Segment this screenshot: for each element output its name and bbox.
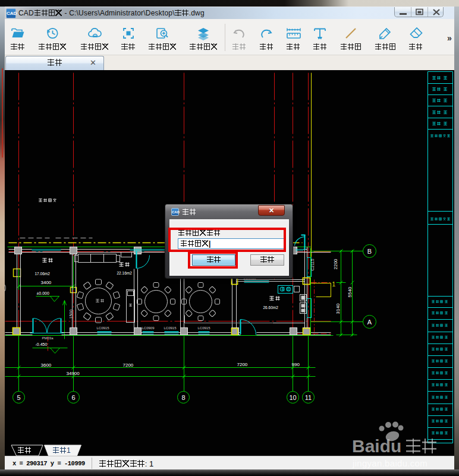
svg-text:PM03a: PM03a: [42, 336, 54, 340]
svg-text:-0.450: -0.450: [36, 342, 48, 346]
svg-text:17.06m2: 17.06m2: [35, 272, 51, 276]
svg-text:C2115: C2115: [310, 259, 315, 270]
svg-text:990: 990: [292, 362, 300, 367]
svg-text:7200: 7200: [123, 362, 134, 368]
svg-text:7200: 7200: [237, 362, 248, 367]
svg-text:±0.000: ±0.000: [37, 291, 49, 295]
svg-text:34900: 34900: [67, 371, 80, 376]
svg-text:6: 6: [71, 394, 75, 401]
svg-text:3140: 3140: [335, 303, 341, 314]
svg-text:5540: 5540: [347, 286, 353, 297]
svg-text:LC0915: LC0915: [164, 326, 177, 330]
svg-text:3400: 3400: [41, 280, 52, 285]
svg-text:8: 8: [181, 394, 185, 401]
svg-text:11: 11: [305, 394, 312, 401]
svg-text:10: 10: [289, 394, 296, 401]
svg-text:A: A: [367, 319, 372, 326]
svg-text:1: 1: [332, 281, 336, 288]
svg-text:22.16m2: 22.16m2: [117, 271, 133, 275]
svg-text:5: 5: [17, 394, 20, 401]
svg-text:3600: 3600: [41, 362, 52, 368]
svg-text:2200: 2200: [333, 259, 338, 269]
svg-text:26.60m2: 26.60m2: [263, 305, 279, 310]
svg-text:1500: 1500: [69, 310, 73, 319]
svg-text:LC0909: LC0909: [142, 326, 155, 330]
svg-text:LC0915: LC0915: [198, 326, 211, 330]
svg-text:B: B: [367, 248, 372, 255]
svg-text:LC0915: LC0915: [97, 326, 110, 330]
